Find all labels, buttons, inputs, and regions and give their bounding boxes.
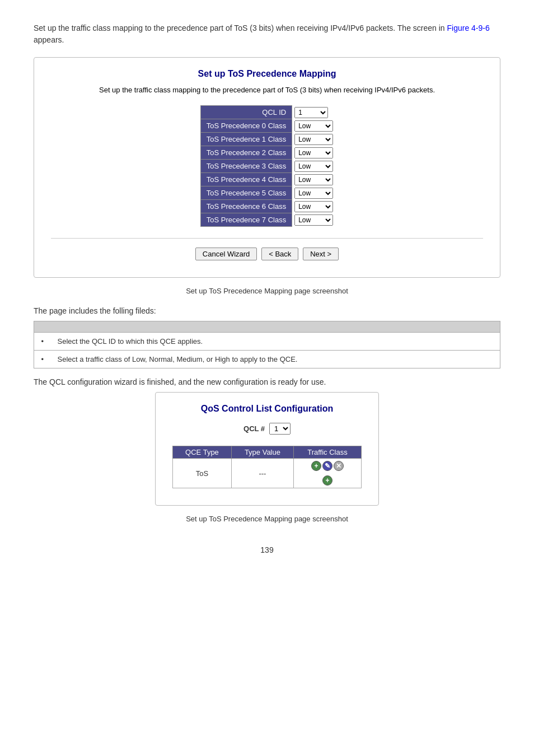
field-row-0: • Select the QCL ID to which this QCE ap…	[34, 333, 500, 351]
tos-cell-5: LowNormalMediumHigh	[292, 186, 334, 200]
tos-select-2[interactable]: LowNormalMediumHigh	[294, 147, 333, 158]
qce-header-row: QCE Type Type Value Traffic Class	[173, 446, 362, 459]
add-icon[interactable]: +	[311, 461, 321, 471]
field-desc-1: Select a traffic class of Low, Normal, M…	[51, 351, 500, 368]
tos-form-table: QCL ID 1234 5678 ToS Precedence 0 Class …	[200, 105, 334, 227]
qce-type-header: QCE Type	[173, 446, 232, 459]
add-bottom-icon[interactable]: +	[322, 475, 332, 486]
tos-row-1: ToS Precedence 1 Class LowNormalMediumHi…	[200, 133, 333, 146]
config-text: The QCL configuration wizard is finished…	[34, 377, 500, 386]
tos-select-6[interactable]: LowNormalMediumHigh	[294, 201, 333, 212]
delete-icon[interactable]: ✕	[334, 461, 344, 471]
tos-label-3: ToS Precedence 3 Class	[200, 160, 292, 173]
panel-subtitle: Set up the traffic class mapping to the …	[51, 86, 483, 94]
caption-2: Set up ToS Precedence Mapping page scree…	[34, 515, 500, 523]
tos-cell-7: LowNormalMediumHigh	[292, 213, 334, 227]
tos-select-3[interactable]: LowNormalMediumHigh	[294, 161, 333, 172]
tos-select-5[interactable]: LowNormalMediumHigh	[294, 188, 333, 199]
panel-title: Set up ToS Precedence Mapping	[51, 69, 483, 79]
qcl-label: QCL #	[243, 424, 265, 433]
tos-cell-1: LowNormalMediumHigh	[292, 133, 334, 146]
tos-cell-2: LowNormalMediumHigh	[292, 146, 334, 160]
section-text: The page includes the folling fileds:	[34, 306, 500, 315]
qce-type-value-header: Type Value	[231, 446, 293, 459]
field-row-1: • Select a traffic class of Low, Normal,…	[34, 351, 500, 368]
tos-row-7: ToS Precedence 7 Class LowNormalMediumHi…	[200, 213, 333, 227]
tos-label-7: ToS Precedence 7 Class	[200, 213, 292, 227]
back-button[interactable]: < Back	[261, 248, 298, 260]
figure-link[interactable]: Figure 4-9-6	[447, 24, 490, 32]
qce-type-0: ToS	[173, 459, 232, 488]
tos-cell-6: LowNormalMediumHigh	[292, 200, 334, 213]
tos-label-1: ToS Precedence 1 Class	[200, 133, 292, 146]
tos-row-4: ToS Precedence 4 Class LowNormalMediumHi…	[200, 173, 333, 186]
qce-table: QCE Type Type Value Traffic Class ToS --…	[172, 446, 362, 488]
qcl-id-row: QCL ID 1234 5678	[200, 106, 333, 119]
qcl-id-cell: 1234 5678	[292, 106, 334, 119]
tos-select-1[interactable]: LowNormalMediumHigh	[294, 134, 333, 145]
fields-table: • Select the QCL ID to which this QCE ap…	[34, 321, 500, 368]
tos-row-0: ToS Precedence 0 Class LowNormalMediumHi…	[200, 119, 333, 133]
bullet-0: •	[34, 333, 51, 351]
qos-title: QoS Control List Configuration	[172, 404, 362, 414]
page-number: 139	[34, 545, 500, 554]
tos-row-3: ToS Precedence 3 Class LowNormalMediumHi…	[200, 160, 333, 173]
caption-1: Set up ToS Precedence Mapping page scree…	[34, 287, 500, 295]
tos-cell-3: LowNormalMediumHigh	[292, 160, 334, 173]
tos-label-2: ToS Precedence 2 Class	[200, 146, 292, 160]
tos-precedence-panel: Set up ToS Precedence Mapping Set up the…	[34, 57, 500, 278]
qcl-selector: QCL # 1234 5678	[172, 423, 362, 435]
intro-paragraph: Set up the traffic class mapping to the …	[34, 22, 500, 46]
tos-cell-4: LowNormalMediumHigh	[292, 173, 334, 186]
tos-select-7[interactable]: LowNormalMediumHigh	[294, 214, 333, 226]
tos-row-2: ToS Precedence 2 Class LowNormalMediumHi…	[200, 146, 333, 160]
bullet-1: •	[34, 351, 51, 368]
action-icons: + ✎ ✕	[298, 461, 357, 471]
cancel-wizard-button[interactable]: Cancel Wizard	[195, 248, 257, 260]
tos-row-5: ToS Precedence 5 Class LowNormalMediumHi…	[200, 186, 333, 200]
qos-panel: QoS Control List Configuration QCL # 123…	[155, 392, 379, 506]
tos-cell-0: LowNormalMediumHigh	[292, 119, 334, 133]
qcl-number-select[interactable]: 1234 5678	[269, 423, 291, 435]
edit-icon[interactable]: ✎	[322, 461, 332, 471]
qce-traffic-class-header: Traffic Class	[293, 446, 361, 459]
wizard-buttons: Cancel Wizard < Back Next >	[51, 238, 483, 260]
intro-text-after: appears.	[34, 35, 64, 44]
tos-label-5: ToS Precedence 5 Class	[200, 186, 292, 200]
tos-label-6: ToS Precedence 6 Class	[200, 200, 292, 213]
qce-row-0: ToS --- + ✎ ✕ +	[173, 459, 362, 488]
tos-label-4: ToS Precedence 4 Class	[200, 173, 292, 186]
tos-select-0[interactable]: LowNormalMediumHigh	[294, 120, 333, 132]
qce-value-0: ---	[231, 459, 293, 488]
field-desc-0: Select the QCL ID to which this QCE appl…	[51, 333, 500, 351]
qce-class-0: + ✎ ✕ +	[293, 459, 361, 488]
fields-header-row	[34, 321, 500, 333]
intro-text-before: Set up the traffic class mapping to the …	[34, 24, 447, 32]
fields-header-cell	[34, 321, 500, 333]
qcl-id-select[interactable]: 1234 5678	[294, 107, 328, 118]
next-button[interactable]: Next >	[303, 248, 339, 260]
tos-row-6: ToS Precedence 6 Class LowNormalMediumHi…	[200, 200, 333, 213]
qcl-id-label: QCL ID	[200, 106, 292, 119]
tos-label-0: ToS Precedence 0 Class	[200, 119, 292, 133]
tos-select-4[interactable]: LowNormalMediumHigh	[294, 174, 333, 185]
